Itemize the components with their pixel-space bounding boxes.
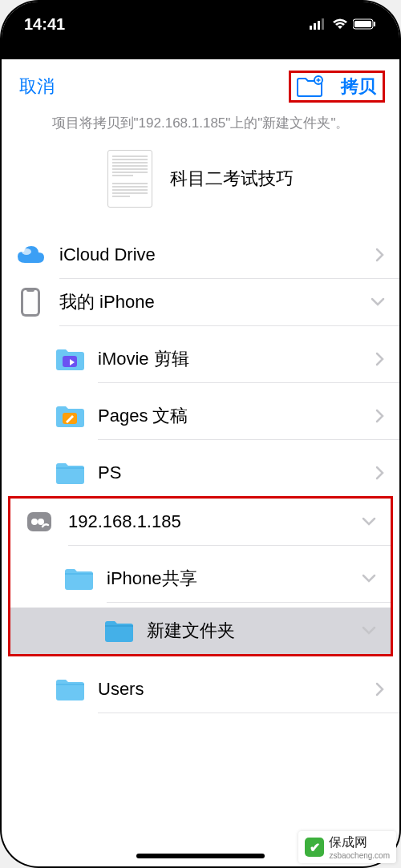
chevron-down-icon [362, 626, 376, 636]
location-icloud[interactable]: iCloud Drive [2, 232, 399, 278]
new-folder-icon[interactable] [296, 75, 323, 98]
folder-pages[interactable]: Pages 文稿 [2, 393, 399, 439]
copy-button[interactable]: 拷贝 [341, 75, 376, 99]
server-icon [25, 509, 54, 535]
folder-icon [55, 676, 85, 702]
document-title: 科目二考试技巧 [170, 167, 294, 191]
svg-rect-5 [354, 21, 371, 27]
folder-label: iMovie 剪辑 [98, 347, 375, 371]
svg-point-8 [22, 248, 31, 255]
copy-sheet: 取消 拷贝 项目将拷贝到"192.168.1.185"上的"新建文件夹"。 科目… [2, 59, 399, 713]
nav-bar: 取消 拷贝 [2, 59, 399, 111]
svg-point-16 [38, 519, 44, 525]
svg-rect-10 [23, 290, 38, 314]
folder-icon [55, 460, 85, 486]
folder-ps[interactable]: PS [2, 450, 399, 496]
app-folder-icon [55, 403, 85, 429]
chevron-right-icon [375, 682, 385, 696]
svg-rect-0 [310, 26, 312, 30]
watermark-name: 保成网 [329, 834, 390, 851]
chevron-down-icon [362, 517, 376, 527]
iphone-icon [18, 286, 43, 318]
server-label: 192.168.1.185 [68, 511, 362, 532]
folder-label: Users [98, 679, 375, 700]
app-folder-icon [55, 346, 85, 372]
cancel-button[interactable]: 取消 [19, 75, 55, 99]
document-thumbnail [107, 150, 152, 208]
chevron-right-icon [375, 409, 385, 423]
document-preview: 科目二考试技巧 [2, 145, 399, 232]
signal-icon [310, 18, 327, 30]
svg-rect-11 [26, 289, 34, 292]
folder-new-folder[interactable]: 新建文件夹 [10, 608, 391, 654]
battery-icon [353, 18, 377, 30]
svg-rect-2 [318, 21, 320, 30]
chevron-down-icon [371, 297, 385, 307]
server-location[interactable]: 192.168.1.185 [10, 499, 391, 545]
svg-point-15 [31, 519, 38, 525]
home-indicator[interactable] [136, 854, 265, 858]
wifi-icon [332, 18, 348, 30]
location-my-iphone[interactable]: 我的 iPhone [2, 279, 399, 325]
folder-iphone-share[interactable]: iPhone共享 [10, 555, 391, 602]
folder-icon [63, 566, 94, 591]
folder-label: PS [98, 462, 375, 483]
chevron-right-icon [375, 248, 385, 262]
location-list: iCloud Drive 我的 iPhone iMovie 剪辑 [2, 232, 399, 713]
folder-label: iPhone共享 [107, 567, 362, 591]
location-label: iCloud Drive [59, 244, 375, 265]
folder-label: Pages 文稿 [98, 404, 375, 428]
svg-rect-3 [322, 18, 324, 30]
folder-icon [103, 618, 134, 644]
location-label: 我的 iPhone [59, 290, 371, 314]
watermark: ✔ 保成网 zsbaocheng.com [298, 831, 396, 863]
watermark-logo-icon: ✔ [305, 838, 324, 857]
folder-imovie[interactable]: iMovie 剪辑 [2, 336, 399, 382]
chevron-right-icon [375, 352, 385, 366]
svg-rect-1 [314, 23, 316, 30]
chevron-down-icon [362, 574, 376, 583]
watermark-url: zsbaocheng.com [329, 851, 390, 860]
folder-label: 新建文件夹 [147, 619, 362, 643]
svg-rect-6 [374, 22, 375, 26]
subtitle-text: 项目将拷贝到"192.168.1.185"上的"新建文件夹"。 [2, 111, 399, 145]
cloud-icon [15, 244, 46, 266]
chevron-right-icon [375, 466, 385, 480]
folder-users[interactable]: Users [2, 666, 399, 713]
